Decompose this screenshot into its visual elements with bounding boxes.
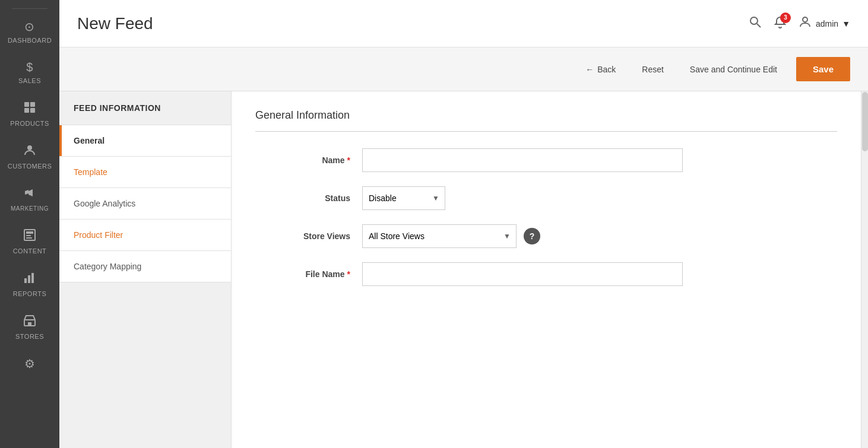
products-icon: [23, 101, 36, 117]
marketing-icon: [23, 186, 36, 202]
store-views-label: Store Views: [255, 231, 362, 241]
sidebar-divider-top: [12, 8, 47, 9]
svg-point-16: [803, 17, 807, 22]
sidebar-item-dashboard[interactable]: ⊙ DASHBOARD: [0, 11, 59, 52]
reset-button[interactable]: Reset: [635, 60, 671, 79]
store-views-select[interactable]: All Store Views: [362, 224, 517, 248]
left-nav: FEED INFORMATION General Template Google…: [59, 91, 232, 448]
left-nav-item-label: Template: [74, 167, 107, 177]
name-required-star: *: [347, 155, 350, 165]
customers-icon: [23, 144, 36, 160]
save-label: Save: [813, 64, 834, 74]
sidebar-item-sales[interactable]: $ SALES: [0, 52, 59, 93]
back-button[interactable]: ← Back: [578, 60, 623, 79]
left-nav-item-category-mapping[interactable]: Category Mapping: [59, 251, 231, 282]
svg-point-14: [750, 17, 758, 24]
left-nav-item-label: Product Filter: [74, 230, 123, 240]
left-nav-item-google-analytics[interactable]: Google Analytics: [59, 188, 231, 220]
sidebar-item-customers[interactable]: CUSTOMERS: [0, 135, 59, 178]
sidebar-item-label: CONTENT: [13, 247, 47, 255]
left-nav-item-template[interactable]: Template: [59, 157, 231, 188]
file-name-input[interactable]: [362, 262, 683, 286]
sidebar-item-stores[interactable]: STORES: [0, 306, 59, 348]
sales-icon: $: [26, 61, 33, 74]
form-section-title: General Information: [255, 109, 837, 122]
search-button[interactable]: [748, 15, 762, 33]
user-avatar-icon: [798, 15, 812, 33]
section-divider: [255, 131, 837, 132]
status-field-row: Status Disable Enable ▼: [255, 186, 837, 210]
scrollbar-thumb[interactable]: [862, 92, 868, 151]
save-continue-label: Save and Continue Edit: [690, 65, 777, 74]
sidebar-item-label: MARKETING: [11, 205, 49, 212]
arrow-left-icon: ←: [585, 65, 594, 74]
svg-line-15: [757, 24, 761, 27]
left-nav-item-general[interactable]: General: [59, 125, 231, 157]
svg-rect-9: [24, 278, 27, 283]
store-views-select-wrapper: All Store Views ▼: [362, 224, 517, 248]
sidebar: ⊙ DASHBOARD $ SALES PRODUCTS CUSTOMERS: [0, 0, 59, 448]
form-area: General Information Name* Status Disable…: [232, 91, 861, 448]
header-actions: 3 admin ▼: [748, 15, 850, 33]
status-label: Status: [255, 193, 362, 203]
svg-rect-10: [28, 275, 30, 283]
left-nav-item-label: Google Analytics: [74, 199, 135, 208]
file-name-required-star: *: [347, 269, 350, 279]
sidebar-item-content[interactable]: CONTENT: [0, 220, 59, 263]
left-nav-section-header: FEED INFORMATION: [59, 91, 231, 125]
save-continue-button[interactable]: Save and Continue Edit: [683, 60, 784, 79]
system-icon: ⚙: [24, 357, 36, 371]
svg-rect-6: [26, 231, 33, 234]
sidebar-item-label: REPORTS: [13, 290, 46, 297]
reset-label: Reset: [642, 65, 664, 74]
sidebar-item-products[interactable]: PRODUCTS: [0, 93, 59, 135]
sidebar-item-reports[interactable]: REPORTS: [0, 263, 59, 306]
scrollbar-track[interactable]: [861, 91, 868, 448]
status-select-wrapper: Disable Enable ▼: [362, 186, 445, 210]
sidebar-item-label: DASHBOARD: [8, 37, 52, 44]
name-field-row: Name*: [255, 148, 837, 172]
notification-badge: 3: [780, 12, 791, 23]
file-name-field-row: File Name*: [255, 262, 837, 286]
store-views-help-icon[interactable]: ?: [524, 228, 540, 244]
action-bar: ← Back Reset Save and Continue Edit Save: [59, 47, 868, 91]
status-select[interactable]: Disable Enable: [362, 186, 445, 210]
reports-icon: [23, 271, 36, 287]
name-input[interactable]: [362, 148, 683, 172]
file-name-label: File Name*: [255, 269, 362, 279]
notifications-button[interactable]: 3: [773, 15, 787, 33]
page-title: New Feed: [77, 14, 153, 33]
sidebar-item-label: SALES: [18, 77, 41, 84]
svg-rect-3: [30, 108, 35, 113]
stores-icon: [23, 314, 36, 330]
svg-rect-2: [24, 108, 29, 113]
save-button[interactable]: Save: [796, 57, 850, 81]
name-label: Name*: [255, 155, 362, 165]
svg-rect-7: [26, 235, 31, 236]
sidebar-item-marketing[interactable]: MARKETING: [0, 178, 59, 220]
user-chevron-icon: ▼: [842, 19, 850, 28]
svg-point-4: [27, 145, 32, 150]
sidebar-item-label: PRODUCTS: [10, 120, 49, 127]
dashboard-icon: ⊙: [24, 20, 35, 34]
left-nav-item-product-filter[interactable]: Product Filter: [59, 220, 231, 251]
content-area: FEED INFORMATION General Template Google…: [59, 91, 868, 448]
left-nav-item-label: General: [74, 136, 104, 145]
svg-rect-11: [31, 273, 34, 283]
search-icon: [748, 15, 762, 29]
svg-rect-13: [28, 322, 31, 326]
sidebar-item-label: CUSTOMERS: [8, 163, 52, 170]
user-menu-button[interactable]: admin ▼: [798, 15, 850, 33]
store-views-field-row: Store Views All Store Views ▼ ?: [255, 224, 837, 248]
svg-rect-0: [24, 102, 29, 107]
sidebar-item-system[interactable]: ⚙: [0, 348, 59, 382]
svg-rect-8: [26, 237, 32, 239]
main-area: New Feed 3: [59, 0, 868, 448]
back-label: Back: [597, 65, 616, 74]
top-header: New Feed 3: [59, 0, 868, 47]
sidebar-item-label: STORES: [15, 333, 44, 340]
user-name-label: admin: [816, 19, 838, 28]
left-nav-item-label: Category Mapping: [74, 262, 141, 271]
svg-rect-1: [30, 102, 35, 107]
content-icon: [23, 228, 36, 244]
